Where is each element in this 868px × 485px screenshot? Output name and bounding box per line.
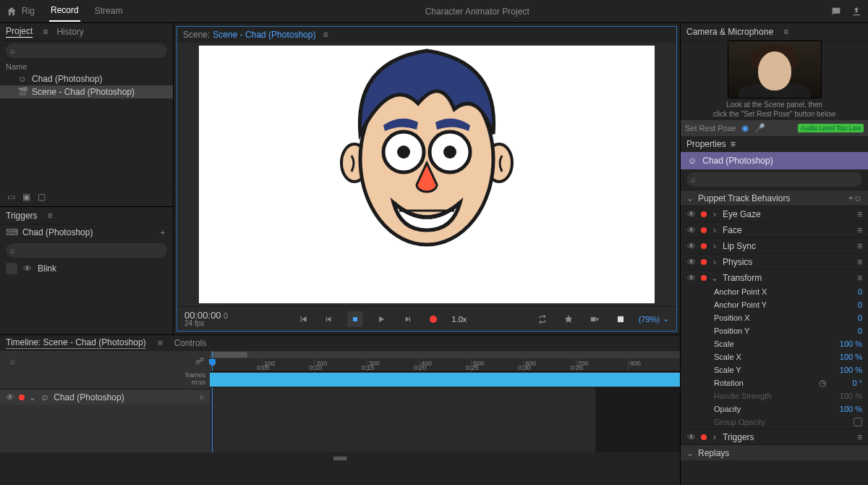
add-behavior-icon[interactable]: +☺ <box>848 193 862 203</box>
replays-section-header[interactable]: ⌄ Replays <box>681 444 868 460</box>
property-row[interactable]: Position X0 <box>681 311 868 324</box>
scene-panel-menu-icon[interactable]: ≡ <box>323 30 328 40</box>
arm-record-dot[interactable] <box>19 395 25 400</box>
property-value[interactable]: 0 <box>833 287 862 296</box>
arm-record-dot[interactable] <box>701 275 707 281</box>
property-value[interactable]: 0 <box>833 300 862 309</box>
webcam-toggle-icon[interactable]: ◉ <box>741 123 749 133</box>
loop-button[interactable] <box>535 311 550 327</box>
snapping-button[interactable] <box>561 311 576 327</box>
arm-record-dot[interactable] <box>701 434 707 440</box>
property-row[interactable]: Anchor Point Y0 <box>681 298 868 311</box>
behaviors-section-header[interactable]: ⌄ Puppet Track Behaviors +☺ <box>681 190 868 206</box>
chat-icon[interactable] <box>830 6 842 17</box>
play-button[interactable] <box>373 311 389 327</box>
property-row[interactable]: Position Y0 <box>681 324 868 337</box>
timeline-track-header[interactable]: 👁 ⌄ ☺ Chad (Photoshop) ⎌ <box>0 389 210 405</box>
project-tab[interactable]: Project <box>6 26 33 38</box>
chevron-right-icon[interactable]: › <box>711 241 718 251</box>
history-tab[interactable]: History <box>56 27 83 37</box>
workspace-tab-record[interactable]: Record <box>49 1 80 22</box>
properties-search-input[interactable] <box>699 174 858 185</box>
triggers-panel-menu-icon[interactable]: ≡ <box>48 211 53 221</box>
controls-tab[interactable]: Controls <box>174 338 207 348</box>
step-forward-button[interactable] <box>399 311 415 327</box>
project-search[interactable]: ⌕ <box>6 43 167 58</box>
playhead[interactable] <box>212 351 213 452</box>
checker-button[interactable] <box>613 311 629 327</box>
timeline-track[interactable] <box>210 371 680 387</box>
timeline-zoom-scrollbar[interactable] <box>210 351 680 358</box>
track-handle-icon[interactable]: ⎌ <box>200 393 204 401</box>
camera-panel-menu-icon[interactable]: ≡ <box>783 27 788 37</box>
eye-icon[interactable]: 👁 <box>686 273 697 283</box>
go-to-start-button[interactable] <box>295 311 311 327</box>
property-row[interactable]: Anchor Point X0 <box>681 285 868 298</box>
zoom-level[interactable]: (79%) ⌄ <box>639 314 669 324</box>
chevron-right-icon[interactable]: › <box>711 209 718 219</box>
behavior-menu-icon[interactable]: ≡ <box>857 241 862 251</box>
timeline-ruler[interactable]: 01000:052000:103000:154000:205000:256000… <box>210 351 680 371</box>
property-row[interactable]: Opacity100 % <box>681 402 868 416</box>
timeline-search-input[interactable] <box>18 356 179 366</box>
stop-button[interactable] <box>347 311 363 327</box>
delete-icon[interactable]: ▢ <box>38 192 46 202</box>
behavior-menu-icon[interactable]: ≡ <box>857 225 862 235</box>
playback-speed[interactable]: 1.0x <box>451 315 467 324</box>
share-icon[interactable] <box>851 6 862 17</box>
chevron-down-icon[interactable]: ⌄ <box>711 273 718 283</box>
properties-puppet-row[interactable]: ☺ Chad (Photoshop) <box>681 152 868 169</box>
property-value[interactable]: 100 % <box>833 366 862 374</box>
behavior-menu-icon[interactable]: ≡ <box>857 432 862 442</box>
property-row[interactable]: Handle Strength100 % <box>681 389 868 402</box>
timeline-panel-menu-icon[interactable]: ≡ <box>158 338 163 348</box>
step-back-button[interactable] <box>321 311 337 327</box>
arm-record-dot[interactable] <box>701 227 707 233</box>
eye-icon[interactable]: 👁 <box>6 392 14 402</box>
behavior-row[interactable]: 👁 › Face ≡ <box>681 222 868 237</box>
workspace-tab-stream[interactable]: Stream <box>93 1 124 21</box>
eye-icon[interactable]: 👁 <box>686 241 697 251</box>
eye-icon[interactable]: 👁 <box>686 257 697 267</box>
trigger-row[interactable]: 👁 Blink <box>0 261 173 277</box>
property-value[interactable]: 100 % <box>833 392 862 400</box>
properties-panel-menu-icon[interactable]: ≡ <box>731 139 736 149</box>
trigger-key-slot[interactable] <box>6 263 17 274</box>
chevron-right-icon[interactable]: › <box>711 432 718 442</box>
property-value[interactable]: 100 % <box>833 353 862 361</box>
property-value[interactable]: 0 <box>833 313 862 322</box>
checkbox[interactable] <box>854 418 862 426</box>
arm-record-dot[interactable] <box>701 211 707 217</box>
behavior-row[interactable]: 👁 › Physics ≡ <box>681 253 868 269</box>
behavior-menu-icon[interactable]: ≡ <box>857 273 862 283</box>
behavior-row[interactable]: 👁 › Lip Sync ≡ <box>681 237 868 253</box>
scene-stage[interactable] <box>199 46 655 303</box>
timeline-filter-icon[interactable]: ☍ <box>190 356 210 366</box>
project-item[interactable]: 🎬 Scene - Chad (Photoshop) <box>0 85 173 98</box>
scene-name[interactable]: Scene - Chad (Photoshop) <box>213 30 315 40</box>
property-value[interactable]: 100 % <box>833 340 862 348</box>
timeline-search[interactable]: ⌕ <box>6 354 184 368</box>
properties-search[interactable]: ⌕ <box>686 172 862 187</box>
behavior-menu-icon[interactable]: ≡ <box>857 257 862 267</box>
behavior-menu-icon[interactable]: ≡ <box>857 209 862 219</box>
resize-grip[interactable]: ▃▃ <box>0 452 680 458</box>
record-button[interactable] <box>425 311 441 327</box>
property-value[interactable]: 0 <box>833 326 862 335</box>
arm-record-dot[interactable] <box>701 243 707 249</box>
timeline-zoom-thumb[interactable] <box>211 352 247 358</box>
eye-icon[interactable]: 👁 <box>686 225 697 235</box>
project-panel-menu-icon[interactable]: ≡ <box>43 27 48 37</box>
timeline-title[interactable]: Timeline: Scene - Chad (Photoshop) <box>6 337 146 349</box>
behavior-row[interactable]: 👁 › Triggers ≡ <box>681 429 868 444</box>
property-row[interactable]: Scale100 % <box>681 337 868 350</box>
home-icon[interactable] <box>6 6 17 17</box>
chevron-right-icon[interactable]: › <box>711 225 718 235</box>
triggers-search-input[interactable] <box>18 245 163 256</box>
mic-toggle-icon[interactable]: 🎤 <box>754 123 765 133</box>
property-row[interactable]: Group Opacity <box>681 416 868 429</box>
property-row[interactable]: Rotation◷0 ° <box>681 376 868 389</box>
project-search-input[interactable] <box>18 46 163 56</box>
timeline-clip[interactable] <box>210 373 680 387</box>
set-rest-pose-button[interactable]: Set Rest Pose <box>685 124 736 132</box>
